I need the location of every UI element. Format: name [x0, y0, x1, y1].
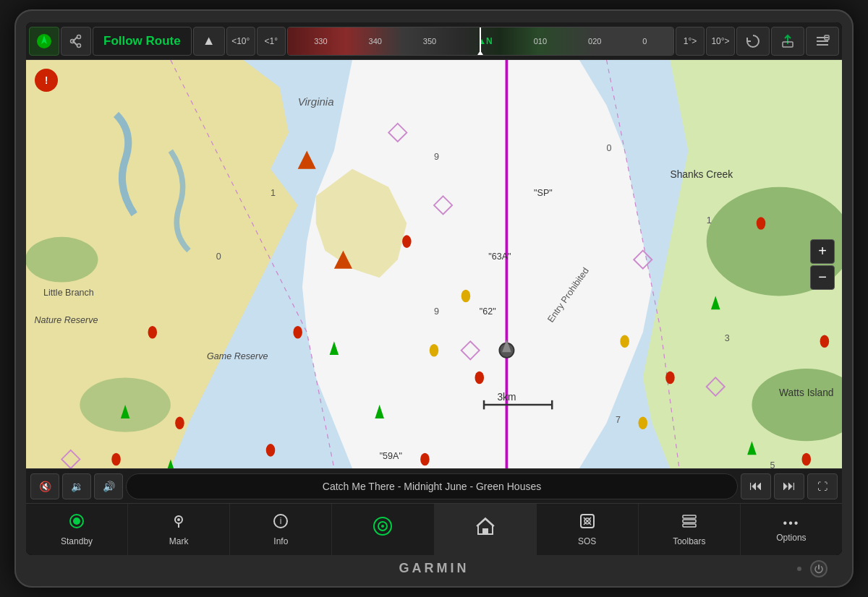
sidebar-item-autopilot[interactable] [332, 504, 434, 555]
svg-point-33 [757, 217, 766, 230]
compass-350: 350 [423, 37, 436, 46]
svg-text:7: 7 [616, 415, 621, 425]
compass-030: 0 [642, 37, 647, 46]
share-button[interactable] [771, 27, 804, 56]
svg-rect-94 [683, 515, 696, 518]
sidebar-item-options[interactable]: ••• Options [741, 504, 842, 555]
svg-text:Virginia: Virginia [298, 95, 334, 108]
compass-triangle [477, 51, 483, 55]
toolbars-icon [681, 513, 697, 533]
svg-text:3: 3 [725, 333, 730, 343]
vol-down-icon: 🔉 [71, 481, 83, 492]
screen: Follow Route ▲ <10° <1° 330 340 [26, 22, 842, 555]
sidebar-item-standby[interactable]: Standby [26, 504, 128, 555]
vol-down-button[interactable]: 🔉 [62, 473, 91, 499]
svg-text:Shanks Creek: Shanks Creek [670, 168, 733, 180]
follow-route-button[interactable]: Follow Route [93, 27, 192, 56]
plus-1-button[interactable]: 1°> [676, 27, 705, 56]
compass-340: 340 [369, 37, 382, 46]
svg-point-34 [820, 335, 830, 348]
sidebar-item-info[interactable]: i Info [230, 504, 332, 555]
less-1-label: <1° [264, 36, 277, 46]
menu-button[interactable] [806, 27, 839, 56]
device-frame: Follow Route ▲ <10° <1° 330 340 [14, 9, 854, 588]
map-canvas: 3km Virginia Shanks Creek Little Branch … [26, 60, 842, 468]
svg-point-52 [620, 335, 629, 348]
top-toolbar: Follow Route ▲ <10° <1° 330 340 [26, 22, 842, 60]
next-track-icon: ⏭ [783, 478, 796, 494]
plus-10-label: 10°> [711, 36, 729, 46]
map-alert-icon[interactable]: ! [35, 69, 58, 92]
compass-010: 010 [534, 37, 547, 46]
up-arrow-button[interactable]: ▲ [193, 27, 225, 56]
track-label: Catch Me There - Midnight June - Green H… [323, 481, 541, 492]
media-track-display[interactable]: Catch Me There - Midnight June - Green H… [126, 473, 738, 499]
less-1-button[interactable]: <1° [257, 27, 286, 56]
back-share-button[interactable] [61, 27, 91, 56]
home-icon [476, 517, 495, 540]
mark-label: Mark [169, 536, 189, 546]
sidebar-item-home[interactable] [435, 504, 537, 555]
zoom-in-icon: + [818, 243, 827, 259]
zoom-out-icon: − [818, 269, 827, 285]
svg-text:Little Branch: Little Branch [43, 288, 94, 298]
options-icon: ••• [783, 517, 800, 530]
svg-text:1: 1 [271, 188, 276, 198]
follow-route-label: Follow Route [103, 34, 181, 48]
autopilot-icon [373, 516, 393, 541]
svg-point-31 [475, 371, 485, 385]
svg-point-82 [177, 518, 180, 521]
map-area[interactable]: 3km Virginia Shanks Creek Little Branch … [26, 60, 842, 468]
svg-point-3 [77, 43, 81, 47]
zoom-controls: + − [810, 239, 835, 290]
mute-button[interactable]: 🔇 [30, 473, 59, 499]
standby-icon [69, 513, 85, 533]
svg-text:1: 1 [707, 215, 712, 226]
compass-330: 330 [314, 37, 327, 46]
svg-text:"62": "62" [480, 306, 496, 317]
toolbars-label: Toolbars [673, 536, 705, 546]
svg-rect-96 [683, 524, 696, 527]
svg-point-40 [175, 416, 184, 429]
options-label: Options [776, 533, 806, 543]
svg-point-2 [77, 35, 81, 38]
sidebar-item-mark[interactable]: Mark [128, 504, 230, 555]
reload-button[interactable] [736, 27, 770, 56]
zoom-in-button[interactable]: + [810, 239, 835, 264]
svg-text:"59A": "59A" [380, 451, 402, 461]
expand-media-button[interactable]: ⛶ [807, 473, 838, 499]
zoom-out-button[interactable]: − [810, 265, 835, 290]
compass-heading-bar: 330 340 350 ▲N 010 020 0 [287, 27, 674, 56]
mark-icon [171, 513, 187, 533]
power-button[interactable] [810, 560, 827, 577]
plus-10-button[interactable]: 10°> [706, 27, 735, 56]
info-label: Info [273, 536, 288, 546]
device-bottom: GARMIN [26, 555, 842, 577]
sos-icon [579, 513, 595, 533]
vol-up-button[interactable]: 🔊 [94, 473, 123, 499]
alert-symbol: ! [45, 74, 48, 86]
next-track-button[interactable]: ⏭ [774, 473, 804, 499]
sidebar-item-toolbars[interactable]: Toolbars [639, 504, 741, 555]
prev-track-button[interactable]: ⏮ [741, 473, 771, 499]
svg-point-53 [639, 416, 648, 429]
plus-1-label: 1°> [684, 36, 697, 46]
less-10-button[interactable]: <10° [226, 27, 255, 56]
svg-point-51 [430, 344, 439, 357]
svg-text:i: i [280, 516, 282, 526]
garmin-logo: GARMIN [399, 561, 469, 576]
mute-icon: 🔇 [39, 481, 51, 492]
sos-label: SOS [578, 536, 596, 546]
bottom-nav: Standby Mark i [26, 503, 842, 555]
svg-text:Nature Reserve: Nature Reserve [35, 315, 98, 325]
svg-point-50 [461, 290, 471, 303]
svg-point-42 [111, 453, 121, 466]
vol-up-icon: 🔊 [103, 481, 115, 492]
info-icon: i [273, 513, 289, 533]
sidebar-item-sos[interactable]: SOS [537, 504, 639, 555]
svg-point-41 [148, 326, 158, 339]
media-bar: 🔇 🔉 🔊 Catch Me There - Midnight June - G… [26, 468, 842, 503]
up-arrow-icon: ▲ [203, 33, 216, 48]
nav-active-button[interactable] [29, 27, 59, 56]
compass-tape: 330 340 350 ▲N 010 020 0 [288, 27, 673, 55]
